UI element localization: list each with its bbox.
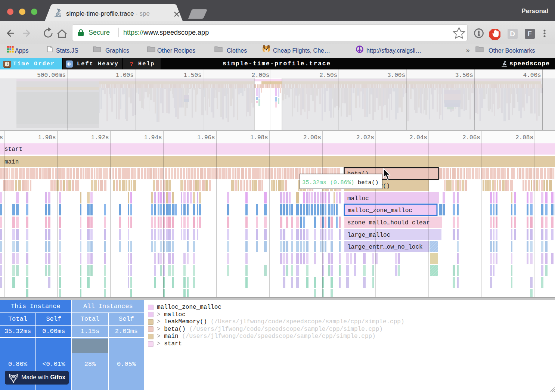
svg-text:malloc: malloc xyxy=(347,195,369,202)
svg-text:s: s xyxy=(0,134,3,141)
svg-text:2.04s: 2.04s xyxy=(409,134,427,141)
svg-text:1.98s: 1.98s xyxy=(250,134,268,141)
svg-text:1.94s: 1.94s xyxy=(144,134,162,141)
svg-text:2.06s: 2.06s xyxy=(462,134,480,141)
svg-text:35.32ms (0.86%) beta(): 35.32ms (0.86%) beta() xyxy=(302,179,379,186)
svg-text:2.00s: 2.00s xyxy=(303,134,321,141)
svg-text:2.02s: 2.02s xyxy=(356,134,374,141)
svg-text:500.00ms: 500.00ms xyxy=(37,72,66,79)
svg-text:1.90s: 1.90s xyxy=(38,134,56,141)
svg-text:4.00s: 4.00s xyxy=(523,72,541,79)
svg-text:start: start xyxy=(4,146,22,153)
svg-text:1.50s: 1.50s xyxy=(184,72,202,79)
svg-text:2.00s: 2.00s xyxy=(251,72,269,79)
svg-text:szone_mallo…hould_clear: szone_mallo…hould_clear xyxy=(347,220,430,226)
svg-text:malloc_zone_malloc: malloc_zone_malloc xyxy=(348,207,412,214)
svg-text:2.50s: 2.50s xyxy=(319,72,337,79)
svg-text:1.96s: 1.96s xyxy=(197,134,215,141)
svg-text:1.92s: 1.92s xyxy=(91,134,109,141)
svg-text:main: main xyxy=(4,159,19,165)
svg-text:3.50s: 3.50s xyxy=(455,72,473,79)
svg-text:large_entr…ow_no_lock: large_entr…ow_no_lock xyxy=(347,244,423,251)
svg-text:1.00s: 1.00s xyxy=(116,72,134,79)
svg-text:2.08s: 2.08s xyxy=(515,134,533,141)
svg-text:large_malloc: large_malloc xyxy=(347,232,390,239)
svg-text:3.00s: 3.00s xyxy=(387,72,405,79)
